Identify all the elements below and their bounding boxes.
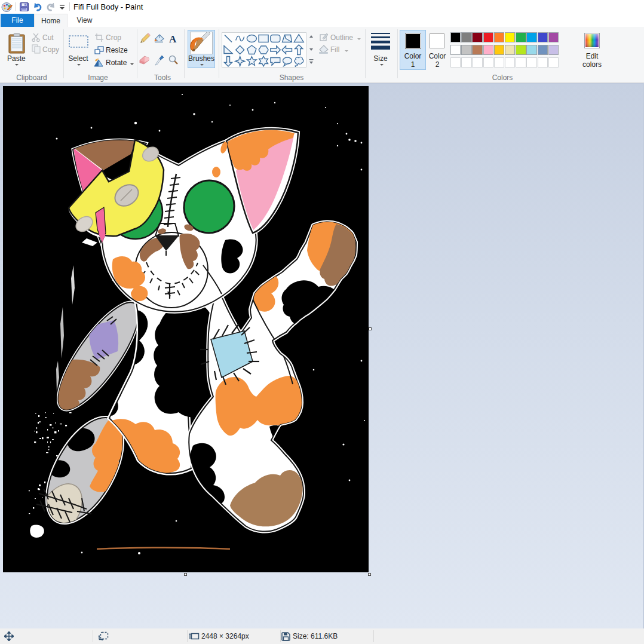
svg-text:A: A (169, 33, 177, 45)
